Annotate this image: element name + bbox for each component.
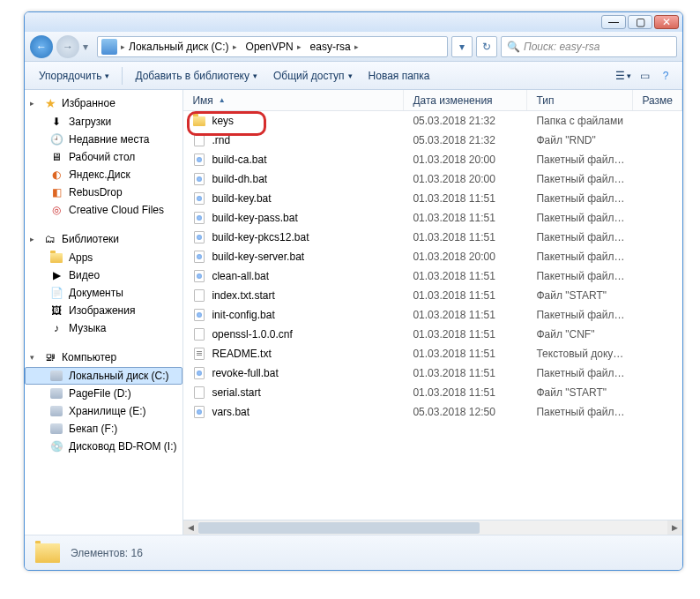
drive-icon bbox=[101, 39, 117, 55]
file-icon bbox=[192, 230, 206, 244]
status-label: Элементов: bbox=[71, 547, 128, 559]
file-row[interactable]: init-config.bat01.03.2018 11:51Пакетный … bbox=[183, 305, 682, 325]
file-name: README.txt bbox=[212, 348, 271, 360]
file-name: build-key-pass.bat bbox=[212, 212, 297, 224]
toolbar: Упорядочить▾ Добавить в библиотеку▾ Общи… bbox=[25, 62, 682, 90]
file-date: 05.03.2018 21:32 bbox=[404, 134, 527, 146]
maximize-button[interactable]: ▢ bbox=[628, 15, 652, 29]
creative-cloud-icon: ◎ bbox=[49, 203, 63, 217]
sidebar-item-yandex[interactable]: ◐Яндекс.Диск bbox=[25, 166, 182, 183]
drive-icon bbox=[49, 386, 63, 401]
scroll-right-button[interactable]: ▶ bbox=[667, 520, 682, 535]
view-options-button[interactable]: ☰▾ bbox=[614, 66, 633, 86]
sidebar-item-video[interactable]: ▶Видео bbox=[25, 266, 182, 284]
column-size[interactable]: Разме bbox=[633, 90, 682, 110]
file-type: Файл "START" bbox=[527, 386, 633, 399]
file-icon bbox=[192, 269, 206, 283]
file-date: 01.03.2018 11:51 bbox=[404, 348, 527, 360]
file-row[interactable]: build-key-pass.bat01.03.2018 11:51Пакетн… bbox=[183, 208, 682, 228]
breadcrumb-segment[interactable]: Локальный диск (C:)▸ bbox=[125, 41, 242, 53]
file-type: Пакетный файл ... bbox=[527, 153, 633, 166]
sidebar-item-bdrom[interactable]: 💿Дисковод BD-ROM (I:) bbox=[25, 438, 182, 455]
file-date: 01.03.2018 20:00 bbox=[404, 251, 527, 263]
titlebar: — ▢ ✕ bbox=[25, 12, 682, 32]
file-row[interactable]: revoke-full.bat01.03.2018 11:51Пакетный … bbox=[183, 363, 682, 383]
minimize-button[interactable]: — bbox=[601, 15, 626, 29]
sidebar-item-recent[interactable]: 🕘Недавние места bbox=[25, 131, 182, 148]
file-name: revoke-full.bat bbox=[212, 367, 278, 379]
sidebar-item-downloads[interactable]: ⬇Загрузки bbox=[25, 113, 182, 131]
file-row[interactable]: vars.bat05.03.2018 12:50Пакетный файл ..… bbox=[183, 402, 682, 422]
file-name: index.txt.start bbox=[212, 289, 274, 302]
file-row[interactable]: clean-all.bat01.03.2018 11:51Пакетный фа… bbox=[183, 266, 682, 286]
pictures-icon: 🖼 bbox=[49, 303, 63, 318]
file-row[interactable]: build-key-pkcs12.bat01.03.2018 11:51Паке… bbox=[183, 228, 682, 247]
forward-button[interactable]: → bbox=[56, 35, 79, 58]
file-row[interactable]: index.txt.start01.03.2018 11:51Файл "STA… bbox=[183, 286, 682, 305]
scroll-left-button[interactable]: ◀ bbox=[183, 520, 198, 535]
file-date: 01.03.2018 11:51 bbox=[404, 309, 527, 321]
navbar: ← → ▾ ▸ Локальный диск (C:)▸ OpenVPN▸ ea… bbox=[25, 32, 682, 62]
file-icon bbox=[192, 386, 206, 400]
music-icon: ♪ bbox=[49, 321, 63, 335]
history-dropdown[interactable]: ▾ bbox=[451, 36, 473, 57]
file-icon bbox=[192, 211, 206, 225]
horizontal-scrollbar[interactable]: ◀ ▶ bbox=[183, 520, 682, 535]
column-type[interactable]: Тип bbox=[527, 90, 633, 110]
new-folder-button[interactable]: Новая папка bbox=[361, 66, 437, 86]
sidebar-item-drive-e[interactable]: Хранилище (E:) bbox=[25, 402, 182, 420]
share-button[interactable]: Общий доступ▾ bbox=[266, 66, 360, 86]
sidebar-item-rebusdrop[interactable]: ◧RebusDrop bbox=[25, 183, 182, 201]
file-row[interactable]: keys05.03.2018 21:32Папка с файлами bbox=[183, 111, 682, 131]
file-name: init-config.bat bbox=[212, 309, 274, 321]
search-input[interactable]: 🔍 Поиск: easy-rsa bbox=[501, 36, 677, 57]
scroll-thumb[interactable] bbox=[198, 522, 480, 534]
drive-icon bbox=[49, 404, 63, 418]
file-icon bbox=[192, 308, 206, 322]
desktop-icon: 🖥 bbox=[49, 150, 63, 164]
sort-asc-icon: ▲ bbox=[219, 96, 226, 104]
rebusdrop-icon: ◧ bbox=[49, 185, 63, 199]
sidebar-item-drive-f[interactable]: Бекап (F:) bbox=[25, 420, 182, 438]
file-name: .rnd bbox=[212, 134, 230, 146]
nav-dropdown-icon[interactable]: ▾ bbox=[83, 41, 93, 53]
breadcrumb-segment[interactable]: OpenVPN▸ bbox=[242, 41, 307, 53]
file-row[interactable]: README.txt01.03.2018 11:51Текстовый доку… bbox=[183, 344, 682, 363]
sidebar-item-apps[interactable]: Apps bbox=[25, 249, 182, 266]
help-button[interactable]: ? bbox=[656, 66, 675, 86]
column-name[interactable]: Имя▲ bbox=[183, 90, 404, 110]
sidebar-item-documents[interactable]: 📄Документы bbox=[25, 284, 182, 302]
sidebar-item-music[interactable]: ♪Музыка bbox=[25, 319, 182, 337]
sidebar-group-favorites[interactable]: ▸★Избранное bbox=[25, 94, 182, 113]
sidebar-item-ccfiles[interactable]: ◎Creative Cloud Files bbox=[25, 201, 182, 219]
breadcrumb[interactable]: ▸ Локальный диск (C:)▸ OpenVPN▸ easy-rsa… bbox=[97, 36, 448, 57]
file-row[interactable]: serial.start01.03.2018 11:51Файл "START" bbox=[183, 383, 682, 402]
organize-button[interactable]: Упорядочить▾ bbox=[32, 66, 116, 86]
file-type: Пакетный файл ... bbox=[527, 212, 633, 224]
sidebar-item-drive-c[interactable]: Локальный диск (C:) bbox=[25, 367, 182, 385]
column-date[interactable]: Дата изменения bbox=[404, 90, 527, 110]
file-row[interactable]: build-ca.bat01.03.2018 20:00Пакетный фай… bbox=[183, 150, 682, 169]
include-library-button[interactable]: Добавить в библиотеку▾ bbox=[128, 66, 264, 86]
sidebar-item-desktop[interactable]: 🖥Рабочий стол bbox=[25, 148, 182, 166]
sidebar-group-libraries[interactable]: ▸🗂Библиотеки bbox=[25, 229, 182, 249]
file-row[interactable]: openssl-1.0.0.cnf01.03.2018 11:51Файл "C… bbox=[183, 325, 682, 344]
back-button[interactable]: ← bbox=[30, 35, 53, 58]
sidebar-item-pictures[interactable]: 🖼Изображения bbox=[25, 302, 182, 319]
file-type: Файл "START" bbox=[527, 289, 633, 302]
file-row[interactable]: build-key-server.bat01.03.2018 20:00Паке… bbox=[183, 247, 682, 266]
file-name: build-key-pkcs12.bat bbox=[212, 231, 309, 243]
file-date: 05.03.2018 12:50 bbox=[404, 406, 527, 418]
file-row[interactable]: build-key.bat01.03.2018 11:51Пакетный фа… bbox=[183, 189, 682, 208]
file-row[interactable]: .rnd05.03.2018 21:32Файл "RND" bbox=[183, 131, 682, 150]
close-button[interactable]: ✕ bbox=[654, 15, 679, 29]
sidebar-group-computer[interactable]: ▾🖳Компьютер bbox=[25, 348, 182, 367]
statusbar: Элементов: 16 bbox=[25, 535, 682, 570]
file-row[interactable]: build-dh.bat01.03.2018 20:00Пакетный фай… bbox=[183, 169, 682, 189]
file-icon bbox=[192, 191, 206, 206]
preview-pane-button[interactable]: ▭ bbox=[635, 66, 654, 86]
sidebar-item-drive-d[interactable]: PageFile (D:) bbox=[25, 385, 182, 402]
file-name: keys bbox=[212, 115, 234, 127]
refresh-button[interactable]: ↻ bbox=[476, 36, 497, 57]
breadcrumb-segment[interactable]: easy-rsa▸ bbox=[307, 41, 364, 53]
